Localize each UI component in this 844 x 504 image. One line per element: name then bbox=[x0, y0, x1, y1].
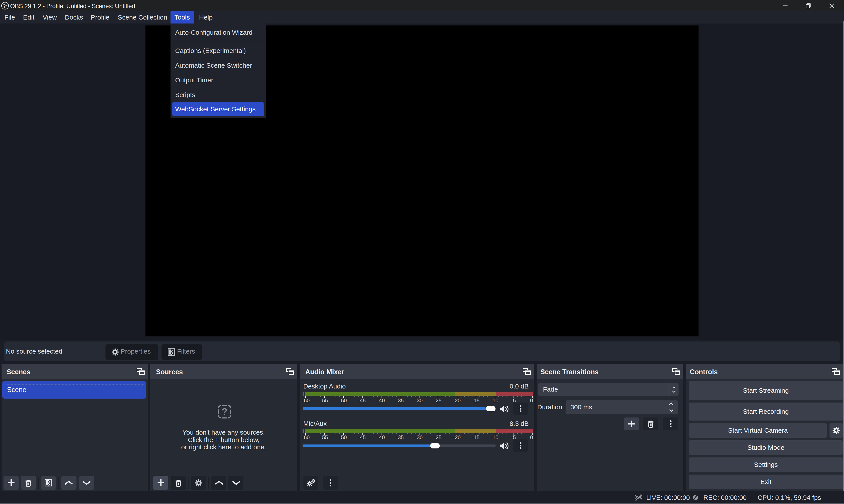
svg-text:?: ? bbox=[222, 406, 228, 417]
